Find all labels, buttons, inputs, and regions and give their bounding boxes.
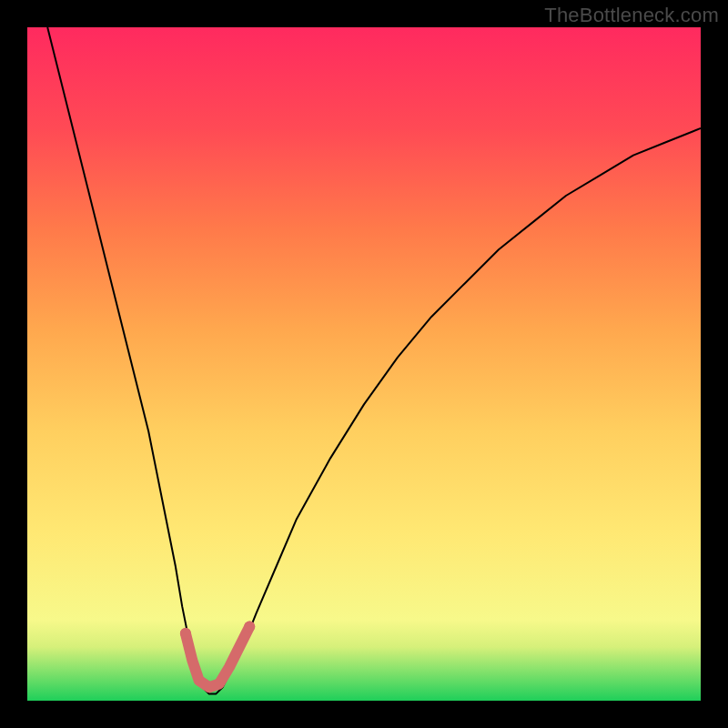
gradient-background (27, 27, 701, 701)
plot-area (27, 27, 701, 701)
highlight-endpoint (244, 622, 255, 632)
chart-frame: TheBottleneck.com (0, 0, 728, 728)
chart-svg (27, 27, 701, 701)
watermark-text: TheBottleneck.com (544, 4, 719, 27)
highlight-endpoint (180, 628, 191, 639)
